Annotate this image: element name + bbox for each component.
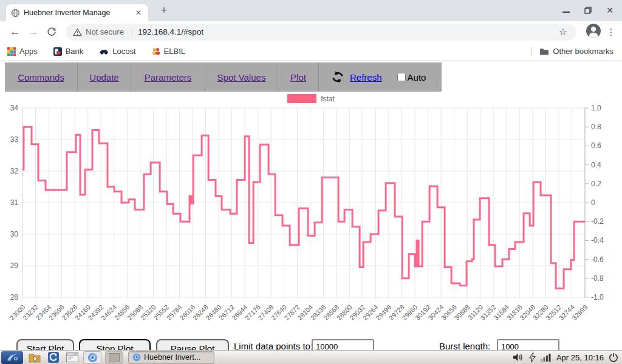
chromium-icon: [132, 353, 141, 362]
svg-text:29: 29: [10, 261, 19, 270]
locost-car-favicon: [99, 48, 109, 55]
new-tab-button[interactable]: +: [157, 4, 171, 18]
security-label[interactable]: Not secure: [86, 27, 124, 36]
svg-text:28: 28: [10, 293, 19, 302]
folder-icon: [539, 47, 549, 55]
start-plot-button[interactable]: Start Plot: [16, 339, 74, 350]
profile-avatar[interactable]: [586, 23, 601, 41]
window-restore-button[interactable]: [584, 7, 592, 14]
window-close-button[interactable]: ✕: [606, 4, 613, 17]
back-button[interactable]: ←: [6, 26, 24, 38]
window-button-label: Huebner Invert...: [144, 353, 200, 362]
auto-label: Auto: [408, 72, 426, 83]
power-charging-icon[interactable]: [529, 352, 536, 362]
nav-link-spot-values[interactable]: Spot Values: [217, 72, 266, 83]
nav-link-update[interactable]: Update: [89, 72, 118, 83]
lubuntu-logo-icon: [5, 352, 19, 362]
svg-text:0: 0: [591, 198, 595, 207]
other-bookmarks-label: Other bookmarks: [553, 47, 613, 56]
bookmarks-separator: [531, 47, 532, 56]
svg-text:-0.2: -0.2: [591, 217, 604, 226]
folder-cursor-icon: [29, 352, 41, 363]
browser-menu-button[interactable]: ⋮: [606, 27, 616, 38]
window-minimize-button[interactable]: [562, 8, 570, 13]
taskbar-clock[interactable]: Apr 25, 10:16: [556, 353, 604, 362]
nav-cell-commands: Commands: [5, 62, 77, 92]
nav-cell-parameters: Parameters: [131, 62, 205, 92]
svg-text:-0.4: -0.4: [591, 236, 604, 244]
bookmark-bank[interactable]: Bank: [53, 47, 84, 56]
url-text[interactable]: 192.168.4.1/#spot: [138, 27, 559, 36]
auto-checkbox[interactable]: [397, 73, 406, 81]
globe-icon: [11, 8, 20, 18]
chromium-icon: [87, 352, 98, 363]
nav-link-plot[interactable]: Plot: [290, 72, 306, 83]
svg-text:34: 34: [10, 104, 19, 112]
bookmark-star-icon[interactable]: ☆: [559, 26, 567, 38]
nav-link-commands[interactable]: Commands: [18, 72, 64, 83]
browser-tab[interactable]: Huebner Inverter Manage ✕: [6, 4, 148, 21]
bookmark-locost[interactable]: Locost: [99, 47, 135, 56]
address-bar[interactable]: Not secure 192.168.4.1/#spot ☆: [66, 24, 576, 41]
refresh-link[interactable]: Refresh: [350, 72, 382, 83]
apps-grid-icon: [7, 47, 16, 56]
svg-text:-1.0: -1.0: [591, 293, 604, 302]
file-manager-launcher[interactable]: [27, 351, 42, 363]
chromium-launcher[interactable]: [83, 351, 101, 364]
bookmarks-bar: Apps Bank Locost ELBIL Other bookmark: [0, 42, 622, 61]
plot-controls: Start Plot Stop Plot Pause Plot Limit da…: [0, 339, 622, 350]
svg-text:1.0: 1.0: [591, 104, 601, 112]
svg-text:31: 31: [10, 198, 19, 207]
burst-length-input[interactable]: [497, 339, 559, 350]
svg-text:-0.6: -0.6: [591, 255, 604, 264]
svg-text:33: 33: [10, 135, 19, 144]
fstat-legend-swatch: [287, 94, 316, 103]
bookmark-label: Bank: [66, 47, 84, 56]
refresh-icon[interactable]: [331, 70, 344, 84]
app-nav-bar: Commands Update Parameters Spot Values P…: [5, 62, 442, 92]
app-slot[interactable]: [105, 351, 123, 364]
svg-text:0.8: 0.8: [591, 123, 601, 131]
tab-strip: Huebner Inverter Manage ✕ + ✕: [0, 0, 622, 21]
chart-legend[interactable]: fstat: [0, 94, 622, 103]
volume-icon[interactable]: [513, 352, 524, 362]
burst-length-label: Burst length:: [439, 341, 490, 350]
svg-text:-0.8: -0.8: [591, 274, 604, 283]
web-page: Commands Update Parameters Spot Values P…: [0, 61, 622, 350]
bookmark-label: Locost: [112, 47, 135, 56]
tab-title: Huebner Inverter Manage: [24, 8, 130, 17]
pause-plot-button[interactable]: Pause Plot: [156, 339, 229, 350]
terminal-icon: [66, 352, 78, 362]
power-button-icon[interactable]: [609, 352, 618, 362]
stop-plot-button[interactable]: Stop Plot: [79, 339, 151, 350]
elbil-favicon: [152, 47, 160, 55]
bookmark-apps[interactable]: Apps: [7, 47, 38, 56]
svg-text:0.2: 0.2: [591, 180, 601, 188]
svg-text:32: 32: [10, 167, 19, 175]
fstat-step-chart: 2300023232234642369623928241602439224624…: [0, 104, 622, 328]
bookmark-elbil[interactable]: ELBIL: [152, 47, 185, 56]
nav-link-parameters[interactable]: Parameters: [145, 72, 192, 83]
app-launcher-swirl[interactable]: [46, 351, 61, 363]
forward-button: →: [24, 26, 43, 38]
not-secure-warning-icon: [73, 28, 82, 36]
omnibox-divider: [132, 27, 132, 37]
start-menu-button[interactable]: [1, 351, 23, 364]
nav-cell-refresh: Refresh Auto: [318, 62, 442, 92]
terminal-launcher[interactable]: [65, 351, 80, 363]
bank-favicon: [53, 47, 62, 56]
other-bookmarks[interactable]: Other bookmarks: [539, 47, 613, 56]
network-signal-icon[interactable]: [541, 353, 552, 362]
limit-data-points-label: Limit data points to:: [234, 341, 313, 350]
bookmark-label: Apps: [19, 47, 38, 56]
nav-cell-update: Update: [77, 62, 131, 92]
reload-button[interactable]: [46, 27, 57, 38]
svg-text:30: 30: [10, 230, 19, 238]
bookmark-label: ELBIL: [164, 47, 185, 56]
browser-toolbar: ← → Not secure 192.168.4.1/#spot ☆ ⋮: [0, 21, 622, 42]
nav-cell-plot: Plot: [278, 62, 318, 92]
tab-close-icon[interactable]: ✕: [134, 8, 143, 17]
blue-swirl-icon: [48, 352, 59, 363]
limit-data-points-input[interactable]: [312, 339, 374, 350]
taskbar-window-button[interactable]: Huebner Invert...: [128, 351, 214, 364]
